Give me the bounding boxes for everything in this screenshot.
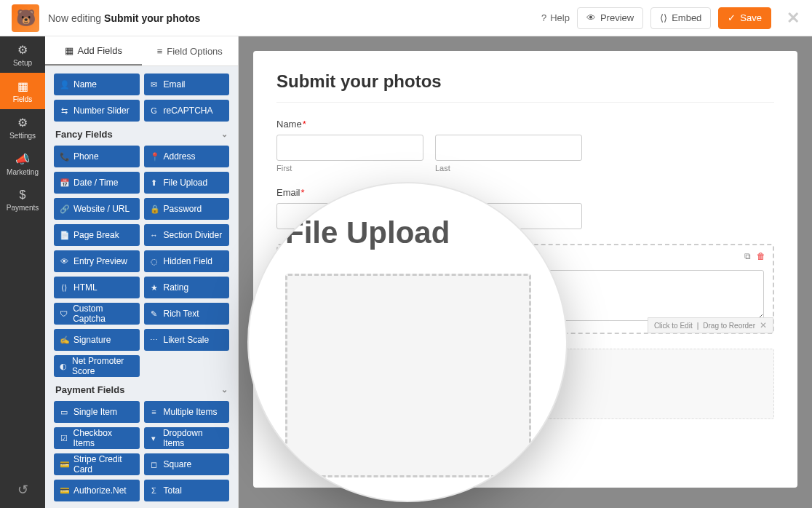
field-number-slider[interactable]: ⇆Number Slider	[54, 100, 140, 122]
duplicate-icon[interactable]: ⧉	[744, 251, 751, 261]
card-icon: 💳	[60, 460, 68, 469]
tab-field-options[interactable]: ≡ Field Options	[142, 36, 239, 66]
edit-icon: ✎	[150, 309, 159, 319]
field-section-divider[interactable]: ↔Section Divider	[144, 224, 230, 246]
revisions-button[interactable]: ↺	[0, 472, 45, 508]
list-icon: ≡	[150, 408, 159, 416]
nav-rail: ⚙ Setup ▦ Fields ⚙ Settings 📣 Marketing …	[0, 36, 45, 508]
field-html[interactable]: ⟨⟩HTML	[54, 277, 140, 298]
section-fancy[interactable]: Fancy Fields⌄	[54, 122, 229, 146]
field-file-upload[interactable]: ⬆File Upload	[144, 172, 230, 194]
nav-settings[interactable]: ⚙ Settings	[0, 109, 45, 146]
user-icon: 👤	[60, 80, 68, 90]
section-payment[interactable]: Payment Fields⌄	[54, 377, 229, 401]
field-recaptcha[interactable]: GreCAPTCHA	[144, 100, 230, 122]
field-checkbox-items[interactable]: ☑Checkbox Items	[54, 427, 140, 449]
field-likert[interactable]: ⋯Likert Scale	[144, 329, 230, 351]
edit-hint: Click to Edit|Drag to Reorder ✕	[648, 317, 773, 333]
sliders-icon: ⚙	[17, 116, 28, 130]
field-custom-captcha[interactable]: 🛡Custom Captcha	[54, 303, 140, 325]
nav-setup[interactable]: ⚙ Setup	[0, 36, 45, 73]
nav-fields[interactable]: ▦ Fields	[0, 73, 45, 109]
link-icon: 🔗	[60, 205, 68, 214]
top-header: 🐻 Now editing Submit your photos ? Help …	[0, 0, 812, 36]
close-button[interactable]: ✕	[786, 11, 800, 25]
checkbox-icon: ☑	[60, 434, 68, 443]
code-icon: ⟨⟩	[660, 12, 667, 23]
field-page-break[interactable]: 📄Page Break	[54, 224, 140, 246]
field-dropdown-items[interactable]: ▾Dropdown Items	[144, 427, 230, 449]
field-address[interactable]: 📍Address	[144, 146, 230, 167]
total-icon: Σ	[150, 486, 159, 495]
grid-icon: ▦	[17, 79, 28, 93]
field-stripe[interactable]: 💳Stripe Credit Card	[54, 453, 140, 475]
field-hidden[interactable]: ◌Hidden Field	[144, 250, 230, 272]
sliders-icon: ≡	[157, 46, 163, 57]
nav-payments[interactable]: $ Payments	[0, 182, 45, 218]
field-password[interactable]: 🔒Password	[144, 198, 230, 220]
pen-icon: ✍	[60, 336, 68, 345]
preview-button[interactable]: 👁 Preview	[577, 7, 643, 29]
dropdown-icon: ▾	[150, 434, 158, 443]
page-icon: 📄	[60, 231, 68, 240]
eye-icon: 👁	[60, 257, 68, 266]
help-icon: ?	[541, 12, 546, 23]
magnifier-title: File Upload	[285, 215, 531, 250]
hint-close-icon[interactable]: ✕	[760, 320, 767, 330]
field-website-url[interactable]: 🔗Website / URL	[54, 198, 140, 220]
pin-icon: 📍	[150, 152, 159, 162]
first-name-input[interactable]	[276, 135, 423, 161]
field-authorize[interactable]: 💳Authorize.Net	[54, 480, 140, 501]
upload-icon: ⬆	[150, 178, 159, 188]
chevron-down-icon: ⌄	[221, 130, 228, 139]
code-icon: ⟨⟩	[60, 283, 68, 293]
magnifier-dropzone	[285, 274, 531, 477]
hidden-icon: ◌	[150, 257, 159, 266]
megaphone-icon: 📣	[15, 152, 30, 166]
magnifier-overlay: File Upload	[247, 182, 568, 502]
field-name[interactable]: 👤Name	[54, 74, 140, 95]
divider-icon: ↔	[150, 231, 159, 239]
shield-icon: 🛡	[60, 309, 68, 318]
help-link[interactable]: ? Help	[541, 12, 570, 23]
field-date-time[interactable]: 📅Date / Time	[54, 172, 140, 194]
dots-icon: ⋯	[150, 336, 159, 345]
editing-label: Now editing Submit your photos	[48, 12, 200, 24]
field-block-name[interactable]: Name* First Last	[276, 119, 774, 172]
calendar-icon: 📅	[60, 178, 68, 188]
save-button[interactable]: ✓ Save	[718, 7, 771, 29]
grid-icon: ▦	[65, 45, 73, 56]
last-name-input[interactable]	[435, 135, 582, 161]
mail-icon: ✉	[150, 80, 159, 90]
dollar-icon: $	[20, 188, 26, 202]
field-email[interactable]: ✉Email	[144, 74, 230, 95]
recaptcha-icon: G	[150, 106, 159, 115]
field-nps[interactable]: ◐Net Promoter Score	[54, 355, 140, 377]
field-single-item[interactable]: ▭Single Item	[54, 401, 140, 423]
form-title: Submit your photos	[276, 71, 774, 103]
field-phone[interactable]: 📞Phone	[54, 146, 140, 167]
tab-add-fields[interactable]: ▦ Add Fields	[45, 36, 142, 66]
trash-icon[interactable]: 🗑	[757, 251, 765, 261]
eye-icon: 👁	[586, 12, 596, 23]
field-rating[interactable]: ★Rating	[144, 277, 230, 298]
square-icon: ◻	[150, 460, 159, 469]
field-signature[interactable]: ✍Signature	[54, 329, 140, 351]
field-multiple-items[interactable]: ≡Multiple Items	[144, 401, 230, 423]
embed-button[interactable]: ⟨⟩ Embed	[650, 7, 711, 29]
field-total[interactable]: ΣTotal	[144, 480, 230, 501]
item-icon: ▭	[60, 408, 68, 417]
name-label: Name*	[276, 119, 774, 130]
phone-icon: 📞	[60, 152, 68, 162]
card-icon: 💳	[60, 486, 68, 496]
field-square[interactable]: ◻Square	[144, 453, 230, 475]
field-rich-text[interactable]: ✎Rich Text	[144, 303, 230, 325]
last-sublabel: Last	[435, 164, 582, 172]
nav-marketing[interactable]: 📣 Marketing	[0, 146, 45, 182]
fields-sidebar: ▦ Add Fields ≡ Field Options 👤Name ✉Emai…	[45, 36, 239, 508]
check-icon: ✓	[728, 12, 736, 23]
field-entry-preview[interactable]: 👁Entry Preview	[54, 250, 140, 272]
star-icon: ★	[150, 283, 159, 293]
chevron-down-icon: ⌄	[221, 385, 228, 394]
slider-icon: ⇆	[60, 106, 68, 116]
